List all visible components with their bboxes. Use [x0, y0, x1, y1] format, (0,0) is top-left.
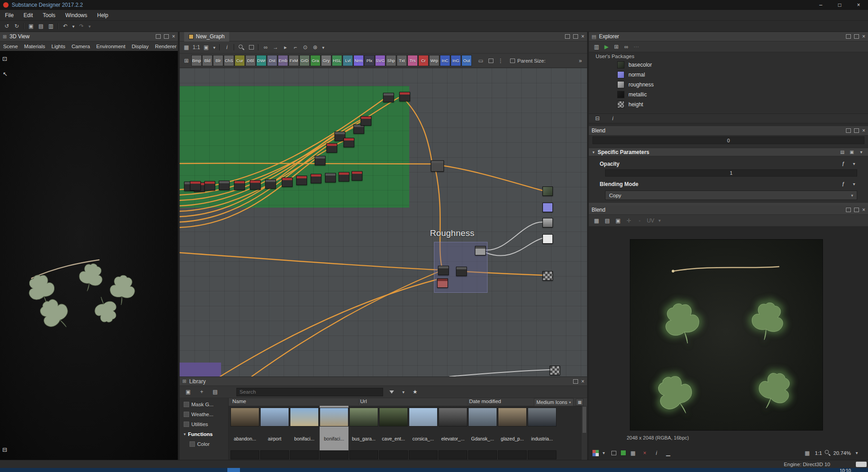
graph-node[interactable]: [431, 160, 444, 172]
graph-wire[interactable]: [220, 280, 436, 377]
node-button-svg[interactable]: SVG: [375, 55, 385, 66]
chevron-down-icon[interactable]: ▾: [854, 449, 860, 457]
zoom-1-1-button[interactable]: 1:1: [191, 43, 201, 52]
pin-icon[interactable]: ▸: [280, 43, 290, 52]
graph-node[interactable]: [339, 172, 349, 182]
redo-dropdown-icon[interactable]: ▾: [86, 22, 93, 31]
snap-grid-icon[interactable]: ▦: [181, 43, 191, 52]
layers-icon[interactable]: ▤: [602, 216, 612, 225]
search-input[interactable]: [236, 388, 383, 396]
graph-node[interactable]: [344, 138, 354, 147]
graph-node[interactable]: [219, 181, 230, 190]
library-item[interactable]: airport: [260, 406, 289, 457]
graph-wire[interactable]: [486, 238, 542, 256]
open-icon[interactable]: ▤: [36, 22, 46, 31]
function-icon[interactable]: ƒ: [840, 180, 846, 188]
save-icon[interactable]: ▥: [592, 42, 601, 51]
link-icon[interactable]: ∞: [621, 42, 631, 51]
filter-dropdown-icon[interactable]: ▾: [400, 388, 407, 396]
node-button-emb[interactable]: Emb: [278, 55, 288, 66]
graph-output-node-gray[interactable]: [542, 218, 553, 227]
column-separator[interactable]: [467, 399, 468, 405]
graph-output-node-checker[interactable]: [550, 366, 560, 375]
library-item[interactable]: glazed_p...: [498, 406, 527, 457]
graph-node[interactable]: [353, 124, 364, 134]
chevron-down-icon[interactable]: ▾: [851, 159, 857, 168]
thumbnail-dropdown-icon[interactable]: ▾: [211, 43, 217, 52]
graph-node[interactable]: [296, 176, 307, 185]
gear-icon[interactable]: ⊛: [310, 43, 320, 52]
library-item[interactable]: bonifaci...: [320, 406, 348, 457]
menu-tools[interactable]: Tools: [38, 10, 60, 21]
new-package-icon[interactable]: ▣: [26, 22, 36, 31]
node-button-gra[interactable]: Gra: [310, 55, 321, 66]
node-button-trs[interactable]: Trs: [407, 55, 418, 66]
histogram-icon[interactable]: ▁: [663, 449, 673, 457]
tab-renderer[interactable]: Renderer: [152, 44, 180, 49]
graph-wire[interactable]: [180, 163, 431, 164]
graph-node[interactable]: [250, 180, 261, 190]
undock-icon[interactable]: [846, 208, 851, 212]
tab-scene[interactable]: Scene: [0, 44, 21, 49]
float-icon[interactable]: [854, 208, 859, 212]
link-icon[interactable]: ∞: [261, 43, 271, 52]
align-icon[interactable]: →: [271, 43, 280, 52]
graph-node[interactable]: [311, 174, 321, 183]
graph-node[interactable]: [234, 181, 245, 190]
library-category-functions[interactable]: ▾Functions: [180, 429, 228, 439]
tab-materials[interactable]: Materials: [21, 44, 49, 49]
wireframe-cube-icon[interactable]: ⊡: [2, 55, 7, 62]
minimize-button[interactable]: –: [811, 0, 830, 10]
float-icon[interactable]: [854, 34, 859, 39]
add-icon[interactable]: +: [197, 388, 207, 396]
view-mode-dropdown[interactable]: Medium Icons ▾: [534, 398, 574, 406]
node-button-out[interactable]: Out: [461, 55, 472, 66]
graph-node[interactable]: [325, 173, 336, 182]
save-icon[interactable]: ▥: [46, 22, 56, 31]
float-icon[interactable]: [854, 128, 859, 133]
close-button[interactable]: ×: [849, 0, 868, 10]
node-list-icon[interactable]: ⊞: [181, 56, 191, 65]
node-button-shp[interactable]: Shp: [386, 55, 396, 66]
menu-edit[interactable]: Edit: [18, 10, 38, 21]
column-header-url[interactable]: Url: [360, 399, 367, 404]
graph-node[interactable]: [399, 92, 410, 101]
library-scrollbar[interactable]: [582, 406, 587, 460]
graph-canvas[interactable]: Roughness: [180, 68, 587, 377]
graph-output-node-checker[interactable]: [542, 271, 553, 281]
node-button-chs[interactable]: ChS: [224, 55, 234, 66]
redo-icon[interactable]: ↷: [77, 22, 86, 31]
opacity-slider[interactable]: 1: [605, 169, 857, 177]
node-button-blr[interactable]: Blr: [213, 55, 223, 66]
graph-node[interactable]: [190, 181, 201, 191]
play-icon[interactable]: ▶: [601, 42, 611, 51]
library-item[interactable]: abandon...: [231, 406, 259, 457]
column-header-name[interactable]: Name: [232, 399, 246, 404]
graph-output-node-green[interactable]: [542, 186, 553, 196]
node-button-grd[interactable]: GrD: [299, 55, 310, 66]
undock-icon[interactable]: [846, 128, 851, 133]
corner-icon[interactable]: ⌐: [290, 43, 300, 52]
graph-node[interactable]: [315, 156, 326, 165]
node-button-bmp[interactable]: Bmp: [191, 55, 202, 66]
node-button-dbl[interactable]: DBl: [245, 55, 256, 66]
specific-parameters-section[interactable]: ▾ Specific Parameters ▤ ▣ ▾: [589, 148, 868, 156]
texture-2d-canvas[interactable]: [630, 240, 823, 430]
graph-node[interactable]: [361, 116, 371, 126]
column-separator[interactable]: [358, 399, 359, 405]
node-button-txt[interactable]: Txt: [397, 55, 407, 66]
ratio-label[interactable]: 1:1: [815, 450, 822, 456]
background-color-icon[interactable]: [620, 450, 626, 456]
node-button-dst[interactable]: Dst: [267, 55, 277, 66]
float-icon[interactable]: [164, 34, 169, 39]
tab-display[interactable]: Display: [128, 44, 152, 49]
zoom-percentage[interactable]: 20.74%: [833, 450, 851, 456]
library-item[interactable]: bus_gara...: [349, 406, 378, 457]
graph-node[interactable]: [326, 143, 337, 153]
graph-output-node-white[interactable]: [542, 234, 553, 244]
undock-icon[interactable]: [565, 34, 570, 39]
close-panel-icon[interactable]: ×: [581, 34, 584, 39]
chevron-down-icon[interactable]: ▾: [601, 449, 607, 457]
graph-wire[interactable]: [450, 370, 550, 377]
explorer-item-basecolor[interactable]: basecolor: [589, 60, 868, 70]
